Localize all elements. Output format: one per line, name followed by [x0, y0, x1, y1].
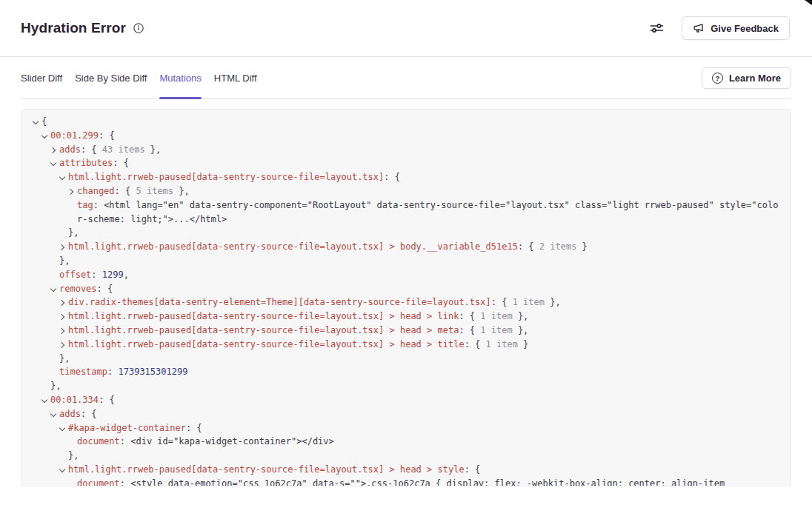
chevron-down-icon[interactable] [50, 286, 59, 293]
tree-text: 5 items [136, 186, 173, 196]
chevron-down-icon[interactable] [41, 133, 50, 140]
tree-text: changed [77, 186, 115, 196]
tree-line: }, [33, 449, 779, 463]
tree-text: adds [59, 409, 81, 419]
tree-text: html.light.rrweb-paused[data-sentry-sour… [68, 241, 518, 252]
tree-line: }, [33, 254, 779, 268]
tree-text: #kapa-widget-container [68, 423, 186, 433]
tree-text: : { [97, 284, 113, 294]
chevron-down-icon[interactable] [50, 411, 59, 418]
tree-text: <html lang="en" data-sentry-component="R… [77, 200, 778, 224]
give-feedback-label: Give Feedback [710, 23, 779, 34]
tree-line[interactable]: adds: { 43 items }, [33, 143, 779, 157]
tree-line[interactable]: #kapa-widget-container: { [33, 421, 779, 435]
question-circle-icon: ? [712, 73, 723, 84]
megaphone-icon [693, 22, 705, 34]
tab-mutations[interactable]: Mutations [159, 57, 201, 98]
chevron-right-icon[interactable] [59, 313, 68, 321]
info-icon[interactable] [133, 22, 144, 34]
tree-line: tag: <html lang="en" data-sentry-compone… [33, 198, 779, 227]
page-title: Hydration Error [21, 20, 126, 36]
mutations-tree-panel[interactable]: {00:01.299: {adds: { 43 items },attribut… [21, 109, 791, 486]
tabs-row: Slider DiffSide By Side DiffMutationsHTM… [21, 57, 791, 99]
chevron-right-icon[interactable] [50, 147, 59, 154]
tree-text: }, [59, 353, 70, 364]
tree-text: : { [113, 158, 129, 168]
tree-line[interactable]: html.light.rrweb-paused[data-sentry-sour… [33, 463, 779, 477]
tree-text: 1 item [513, 297, 545, 307]
tree-text: : [120, 436, 130, 447]
tree-text: , [124, 270, 129, 280]
chevron-down-icon[interactable] [50, 160, 59, 167]
tree-text: offset [59, 270, 91, 280]
tree-text: 00:01.299 [50, 130, 99, 141]
tree-text: } [576, 241, 587, 252]
tree-text: html.light.rrweb-paused[data-sentry-sour… [68, 172, 384, 182]
tree-text: tag [77, 200, 93, 210]
tree-line[interactable]: div.radix-themes[data-sentry-element=The… [33, 295, 779, 310]
chevron-right-icon[interactable] [59, 244, 68, 251]
tree-line[interactable]: html.light.rrweb-paused[data-sentry-sour… [33, 324, 779, 338]
tree-text: 43 items [102, 144, 145, 155]
tree-line[interactable]: 00:01.334: { [33, 393, 779, 407]
tree-text: }, [545, 297, 561, 307]
tree-text: html.light.rrweb-paused[data-sentry-sour… [68, 311, 459, 321]
tree-line[interactable]: html.light.rrweb-paused[data-sentry-sour… [33, 338, 779, 352]
tree-line: }, [33, 352, 779, 366]
tree-line[interactable]: 00:01.299: { [33, 129, 779, 143]
tree-line[interactable]: html.light.rrweb-paused[data-sentry-sour… [33, 240, 779, 254]
chevron-right-icon[interactable] [59, 341, 68, 349]
chevron-right-icon[interactable] [59, 299, 68, 307]
chevron-right-icon[interactable] [59, 327, 68, 335]
sliders-icon[interactable] [648, 21, 665, 36]
tree-line: offset: 1299, [33, 268, 779, 282]
tree-text: : { [115, 186, 136, 196]
tree-line[interactable]: adds: { [33, 407, 779, 421]
tree-line[interactable]: removes: { [33, 282, 779, 296]
tree-text: 1 item [480, 325, 512, 335]
tab-slider-diff[interactable]: Slider Diff [21, 57, 62, 98]
tree-text: html.light.rrweb-paused[data-sentry-sour… [68, 339, 465, 350]
tree-text: : { [384, 172, 400, 182]
tab-list: Slider DiffSide By Side DiffMutationsHTM… [21, 57, 257, 98]
tree-line[interactable]: { [33, 115, 779, 129]
tree-text: 1 item [486, 339, 518, 350]
tree-text: : { [99, 130, 115, 141]
tab-side-by-side-diff[interactable]: Side By Side Diff [75, 57, 147, 98]
tree-text: : [91, 270, 102, 280]
tab-html-diff[interactable]: HTML Diff [214, 57, 257, 98]
chevron-down-icon[interactable] [32, 118, 41, 126]
tree-text: : { [186, 423, 202, 433]
tree-text: }, [68, 450, 79, 461]
tree-text: div.radix-themes[data-sentry-element=The… [68, 297, 491, 307]
tree-line[interactable]: attributes: { [33, 156, 779, 170]
tree-line[interactable]: changed: { 5 items }, [33, 184, 779, 198]
tree-text: 00:01.334 [50, 395, 99, 405]
tree-text: }, [173, 186, 190, 196]
chevron-down-icon[interactable] [41, 397, 50, 404]
tree-text: : { [81, 144, 102, 155]
tree-text: attributes [59, 158, 113, 168]
chevron-right-icon[interactable] [67, 188, 77, 195]
tree-text: }, [513, 325, 529, 335]
tree-line: }, [33, 379, 779, 393]
tree-text: <div id="kapa-widget-container"></div> [130, 436, 334, 447]
tree-text: document [77, 436, 120, 447]
chevron-down-icon[interactable] [59, 466, 68, 474]
tree-text: 1299 [102, 270, 124, 280]
chevron-down-icon[interactable] [59, 425, 68, 432]
give-feedback-button[interactable]: Give Feedback [682, 16, 790, 40]
tree-text: }, [59, 255, 70, 266]
tree-text: { [41, 116, 47, 127]
tree-text: }, [68, 227, 79, 238]
tree-line: document: <div id="kapa-widget-container… [33, 435, 779, 449]
tree-line[interactable]: html.light.rrweb-paused[data-sentry-sour… [33, 310, 779, 324]
tree-text: : { [518, 241, 539, 252]
tree-text: : { [81, 409, 97, 419]
tree-text: timestamp [59, 367, 107, 377]
chevron-down-icon[interactable] [59, 174, 68, 181]
tree-line: }, [33, 226, 779, 240]
cursor-artifact [805, 0, 812, 5]
tree-line[interactable]: html.light.rrweb-paused[data-sentry-sour… [33, 170, 779, 184]
learn-more-button[interactable]: ? Learn More [702, 67, 791, 89]
